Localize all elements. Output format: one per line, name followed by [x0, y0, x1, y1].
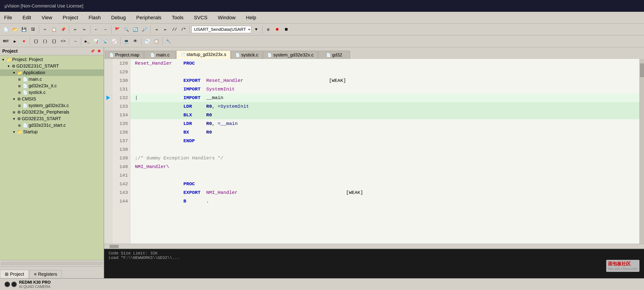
- watch-btn[interactable]: 👁: [131, 37, 140, 45]
- angle-btn[interactable]: <>: [59, 37, 67, 45]
- open-btn[interactable]: 📂: [11, 25, 19, 34]
- bookmark-btn[interactable]: 🚩: [113, 25, 121, 34]
- menu-window[interactable]: Window: [216, 14, 237, 22]
- find-btn[interactable]: 🔍: [122, 25, 130, 34]
- combo-dropdown[interactable]: ▼: [252, 25, 260, 34]
- linenum-131: 131: [112, 85, 130, 93]
- uncomment-btn[interactable]: /*: [180, 25, 188, 34]
- save-btn[interactable]: 💾: [20, 25, 28, 34]
- mem-btn[interactable]: 📊: [92, 37, 100, 45]
- expand-icon[interactable]: ▼: [1, 58, 6, 61]
- tab-main-c[interactable]: 📄 main.c: [144, 51, 176, 59]
- cut-btn[interactable]: ✂: [41, 25, 49, 34]
- logic-btn[interactable]: 📈: [110, 37, 118, 45]
- indent-btn[interactable]: ⇥: [152, 25, 160, 34]
- periph-icon: ⚙: [17, 110, 21, 115]
- tab-gd32-partial[interactable]: 📄 gd32: [318, 51, 350, 59]
- tab-project-map[interactable]: 📄 Project.map: [105, 51, 144, 59]
- panel-pin-btn[interactable]: 📌: [90, 49, 95, 54]
- tree-main-c[interactable]: ⊞ 📄 main.c: [0, 76, 104, 83]
- save-all-btn[interactable]: 🖫: [29, 25, 37, 34]
- tree-project-root[interactable]: ▼ 📁 Project: Project: [0, 56, 104, 63]
- menu-tools[interactable]: Tools: [170, 14, 185, 22]
- menu-debug[interactable]: Debug: [109, 14, 128, 22]
- perf-btn[interactable]: 📋: [152, 37, 160, 45]
- tree-system-c[interactable]: ⊞ 📄 system_gd32e23x.c: [0, 102, 104, 109]
- replace-btn[interactable]: 🔄: [131, 25, 140, 34]
- expand-system[interactable]: ⊞: [17, 104, 22, 107]
- itc-label: gd32e23x_it.c: [28, 83, 104, 88]
- gd32startc-label: gd32e231c_start.c: [28, 123, 104, 128]
- tree-peripherals[interactable]: ⊞ ⚙ GD32E23x_Peripherals: [0, 109, 104, 115]
- menu-peripherals[interactable]: Peripherals: [134, 14, 163, 22]
- outdent-btn[interactable]: ⇤: [162, 25, 170, 34]
- menu-view[interactable]: View: [40, 14, 54, 22]
- terminal-btn[interactable]: ▶_: [83, 37, 91, 45]
- tree-systick-c[interactable]: ⊞ 📄 systick.c: [0, 89, 104, 96]
- expand-main[interactable]: ⊞: [17, 78, 22, 81]
- debug-run-btn[interactable]: ⏺: [273, 25, 281, 34]
- expand-gd32start[interactable]: ⊞: [17, 123, 22, 127]
- tab-registers[interactable]: ≡ Registers: [29, 270, 62, 278]
- tab-startup-s[interactable]: 📄 startup_gd32e23x.s: [176, 50, 231, 59]
- rst-btn[interactable]: RST: [2, 37, 10, 45]
- tree-hscroll[interactable]: [0, 260, 104, 266]
- comment-btn[interactable]: //: [170, 25, 178, 34]
- hscroll-thumb[interactable]: [110, 245, 118, 248]
- tree-gd32-start[interactable]: ▼ ⚙ GD32E231C_START: [0, 63, 104, 69]
- expand-gd32[interactable]: ▼: [6, 64, 11, 68]
- expand-gd32e231[interactable]: ▼: [12, 117, 16, 121]
- nav-fwd-btn[interactable]: →: [101, 25, 109, 34]
- analyze-btn[interactable]: 📉: [143, 37, 152, 45]
- expand-it[interactable]: ⊞: [17, 84, 22, 88]
- tab-project[interactable]: ⊞ Project: [0, 270, 29, 278]
- scroll-thumb[interactable]: [640, 64, 644, 77]
- tab-systick-c[interactable]: 📄 systick.c: [231, 51, 262, 59]
- find-all-btn[interactable]: 🔎: [140, 25, 148, 34]
- cpu-btn[interactable]: 💻: [122, 37, 130, 45]
- tree-application[interactable]: ▼ 📁 Application: [0, 69, 104, 76]
- new-file-btn[interactable]: 📄: [2, 25, 10, 34]
- stop-btn[interactable]: ✖: [20, 37, 28, 45]
- expand-periph[interactable]: ⊞: [12, 110, 16, 114]
- menu-svcs[interactable]: SVCS: [192, 14, 209, 22]
- menu-flash[interactable]: Flash: [87, 14, 102, 22]
- brace-btn[interactable]: {}: [32, 37, 40, 45]
- hscroll-bar[interactable]: [104, 244, 644, 249]
- device-name: REDMI K30 PRO: [19, 280, 51, 285]
- nav-back-btn[interactable]: ←: [92, 25, 100, 34]
- tab-system-gd32-c[interactable]: 📄 system_gd32e32x.c: [263, 51, 318, 59]
- proc-kw: [172, 61, 183, 66]
- tree-cmsis[interactable]: ▼ ⚙ CMSIS: [0, 96, 104, 102]
- vscroll[interactable]: [640, 59, 644, 244]
- tree-it-c[interactable]: ⊞ 📄 gd32e23x_it.c: [0, 83, 104, 89]
- tree-gd32start-c[interactable]: ⊞ 📄 gd32e231c_start.c: [0, 122, 104, 128]
- tree-gd32e231-start[interactable]: ▼ ⚙ GD32E231_START: [0, 115, 104, 122]
- settings-btn[interactable]: ⚙: [264, 25, 272, 34]
- menu-edit[interactable]: Edit: [20, 14, 33, 22]
- step-into-btn[interactable]: →: [71, 37, 79, 45]
- expand-cmsis[interactable]: ▼: [12, 97, 16, 101]
- expand-systick[interactable]: ⊞: [17, 91, 22, 94]
- code-content[interactable]: Reset_Handler PROC EXPORT Reset_Handler: [130, 59, 640, 244]
- paste-btn[interactable]: 📌: [59, 25, 67, 34]
- tree-startup[interactable]: ▼ 📁 Startup: [0, 128, 104, 135]
- ldr-kw-135: LDR: [183, 121, 192, 126]
- redo-btn[interactable]: ↪: [80, 25, 88, 34]
- paren-btn[interactable]: (): [41, 37, 49, 45]
- panel-close-btn[interactable]: ✖: [96, 49, 102, 54]
- debug-stop-btn[interactable]: ⏹: [282, 25, 290, 34]
- menu-file[interactable]: File: [2, 14, 14, 22]
- expand-app[interactable]: ▼: [12, 71, 16, 75]
- menu-project[interactable]: Project: [61, 14, 80, 22]
- menu-help[interactable]: Help: [244, 14, 258, 22]
- copy-btn[interactable]: 📋: [50, 25, 58, 34]
- mainc-label: main.c: [28, 77, 104, 82]
- tools-btn[interactable]: 🔧: [164, 37, 172, 45]
- bracket-btn[interactable]: {}: [50, 37, 58, 45]
- run-btn[interactable]: ▶: [11, 37, 19, 45]
- expand-startup[interactable]: ▼: [12, 130, 16, 134]
- serial-btn[interactable]: 📡: [101, 37, 109, 45]
- function-combo[interactable]: USART_SendData(USART: [192, 26, 251, 33]
- undo-btn[interactable]: ↩: [71, 25, 79, 34]
